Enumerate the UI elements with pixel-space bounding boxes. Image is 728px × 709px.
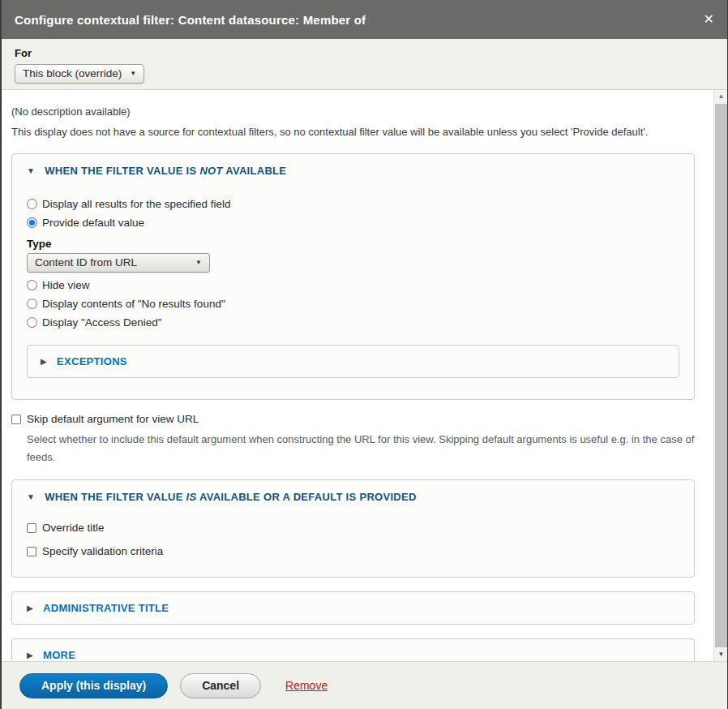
fieldset-administrative-title-legend[interactable]: ▶ ADMINISTRATIVE TITLE <box>27 602 679 614</box>
radio-selected-icon[interactable] <box>27 217 37 228</box>
no-description-text: (No description available) <box>11 105 695 118</box>
radio-provide-default-value[interactable]: Provide default value <box>27 217 679 229</box>
for-display-select-value: This block (override) <box>23 67 122 79</box>
scroll-up-icon: ▲ <box>718 93 725 100</box>
checkbox-specify-validation[interactable]: Specify validation criteria <box>27 545 679 557</box>
remove-link[interactable]: Remove <box>285 679 328 692</box>
checkbox-label: Skip default argument for view URL <box>27 413 199 425</box>
radio-label: Display contents of "No results found" <box>42 298 225 310</box>
fieldset-value-available: ▼ WHEN THE FILTER VALUE IS AVAILABLE OR … <box>11 479 695 578</box>
fieldset-exceptions-legend[interactable]: ▶ EXCEPTIONS <box>41 355 666 367</box>
legend-text: MORE <box>43 649 75 661</box>
scrollbar-up-button[interactable]: ▲ <box>714 90 727 103</box>
expand-arrow-icon: ▶ <box>27 651 33 660</box>
radio-icon[interactable] <box>27 199 37 209</box>
radio-label: Provide default value <box>42 217 144 229</box>
for-section: For This block (override) ▼ <box>2 39 727 90</box>
checkbox-skip-default-argument[interactable]: Skip default argument for view URL <box>11 413 695 425</box>
dialog-title: Configure contextual filter: Content dat… <box>15 13 366 27</box>
dialog-footer: Apply (this display) Cancel Remove <box>2 661 727 709</box>
close-icon[interactable]: ✕ <box>704 13 714 26</box>
scroll-down-icon: ▼ <box>718 651 725 658</box>
fieldset-value-not-available: ▼ WHEN THE FILTER VALUE IS NOT AVAILABLE… <box>11 153 695 400</box>
radio-icon[interactable] <box>27 280 37 290</box>
expand-arrow-icon: ▶ <box>41 357 47 366</box>
legend-text: WHEN THE FILTER VALUE IS AVAILABLE OR A … <box>45 491 417 503</box>
radio-hide-view[interactable]: Hide view <box>27 279 679 291</box>
for-label: For <box>15 47 714 59</box>
expand-arrow-icon: ▶ <box>27 604 33 612</box>
chevron-down-icon: ▼ <box>195 259 202 266</box>
configure-contextual-filter-dialog: Configure contextual filter: Content dat… <box>0 0 728 709</box>
default-type-select-value: Content ID from URL <box>35 256 137 269</box>
checkbox-icon[interactable] <box>27 523 36 533</box>
fieldset-exceptions: ▶ EXCEPTIONS <box>27 345 679 378</box>
radio-label: Display "Access Denied" <box>42 316 162 329</box>
scrollbar[interactable]: ▲ ▼ <box>713 90 727 661</box>
checkbox-override-title[interactable]: Override title <box>27 522 679 534</box>
radio-icon[interactable] <box>27 317 37 328</box>
legend-text: WHEN THE FILTER VALUE IS NOT AVAILABLE <box>45 165 286 177</box>
no-source-warning-text: This display does not have a source for … <box>11 125 695 140</box>
scrollbar-down-button[interactable]: ▼ <box>714 648 727 661</box>
fieldset-value-not-available-legend[interactable]: ▼ WHEN THE FILTER VALUE IS NOT AVAILABLE <box>27 165 679 177</box>
legend-text: EXCEPTIONS <box>57 355 127 367</box>
dialog-header: Configure contextual filter: Content dat… <box>2 0 727 39</box>
skip-default-description: Select whether to include this default a… <box>27 431 695 466</box>
checkbox-icon[interactable] <box>27 547 36 556</box>
apply-button[interactable]: Apply (this display) <box>19 673 168 698</box>
type-label: Type <box>27 238 679 250</box>
fieldset-administrative-title: ▶ ADMINISTRATIVE TITLE <box>11 591 695 625</box>
radio-display-no-results[interactable]: Display contents of "No results found" <box>27 298 679 310</box>
radio-label: Hide view <box>42 279 90 291</box>
dialog-body: (No description available) This display … <box>2 90 727 661</box>
checkbox-label: Specify validation criteria <box>42 545 163 557</box>
for-display-select[interactable]: This block (override) ▼ <box>15 64 144 84</box>
checkbox-icon[interactable] <box>11 415 21 424</box>
radio-label: Display all results for the specified fi… <box>42 198 231 210</box>
cancel-button[interactable]: Cancel <box>180 673 261 698</box>
radio-display-all-results[interactable]: Display all results for the specified fi… <box>27 198 679 210</box>
legend-text: ADMINISTRATIVE TITLE <box>43 602 169 614</box>
default-type-select[interactable]: Content ID from URL ▼ <box>27 253 210 273</box>
collapse-arrow-icon: ▼ <box>27 492 35 501</box>
radio-icon[interactable] <box>27 299 37 309</box>
chevron-down-icon: ▼ <box>130 70 136 77</box>
collapse-arrow-icon: ▼ <box>27 166 35 175</box>
fieldset-value-available-legend[interactable]: ▼ WHEN THE FILTER VALUE IS AVAILABLE OR … <box>27 491 679 503</box>
fieldset-more: ▶ MORE <box>11 638 695 661</box>
scrollbar-thumb[interactable] <box>715 104 727 647</box>
checkbox-label: Override title <box>42 522 105 534</box>
radio-display-access-denied[interactable]: Display "Access Denied" <box>27 316 679 329</box>
fieldset-more-legend[interactable]: ▶ MORE <box>27 649 679 661</box>
